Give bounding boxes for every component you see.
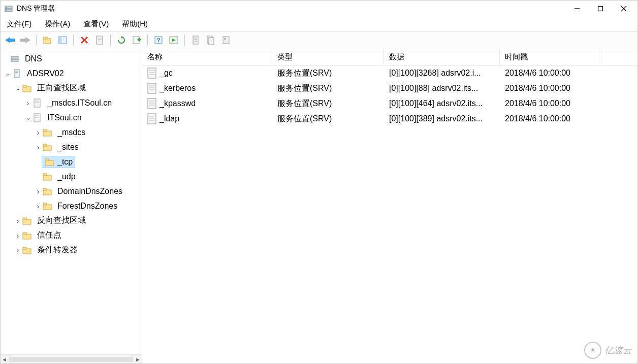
column-header-name[interactable]: 名称 <box>142 49 272 65</box>
list-body[interactable]: _gc服务位置(SRV)[0][100][3268] adsrv02.i...2… <box>142 65 637 363</box>
cell-data: [0][100][389] adsrv02.its... <box>384 114 500 123</box>
single-record-button[interactable] <box>189 34 202 47</box>
svg-rect-50 <box>43 129 47 131</box>
tree-label: ITSoul.cn <box>47 113 82 122</box>
column-header-data[interactable]: 数据 <box>384 49 500 65</box>
menu-view[interactable]: 查看(V) <box>82 18 110 30</box>
tree-label: 正向查找区域 <box>37 83 86 93</box>
svg-rect-11 <box>44 37 47 39</box>
column-header-timestamp[interactable]: 时间戳 <box>500 49 601 65</box>
refresh-button[interactable] <box>115 34 128 47</box>
app-icon <box>4 4 14 14</box>
svg-rect-66 <box>23 247 26 249</box>
menu-file[interactable]: 文件(F) <box>6 18 33 30</box>
back-button[interactable] <box>4 34 17 47</box>
tree-label: 条件转发器 <box>37 245 78 255</box>
svg-rect-43 <box>34 99 40 107</box>
folder-icon <box>42 201 52 211</box>
menu-help[interactable]: 帮助(H) <box>121 18 149 30</box>
forward-button[interactable] <box>19 34 32 47</box>
multi-record-button[interactable] <box>204 34 217 47</box>
menu-action[interactable]: 操作(A) <box>44 18 71 30</box>
tree-label: 反向查找区域 <box>37 215 86 226</box>
svg-rect-79 <box>148 114 156 124</box>
svg-point-3 <box>6 10 7 11</box>
tree-conditional-forwarders[interactable]: 条件转发器 <box>1 243 142 257</box>
tree-sub-domaindns[interactable]: DomainDnsZones <box>1 184 142 198</box>
action-pane-button[interactable] <box>167 34 180 47</box>
menubar: 文件(F) 操作(A) 查看(V) 帮助(H) <box>1 17 637 31</box>
cell-type: 服务位置(SRV) <box>272 98 384 109</box>
properties-button[interactable] <box>93 34 106 47</box>
folder-icon <box>22 245 32 255</box>
minimize-button[interactable] <box>565 1 589 17</box>
tree-zone-msdcs-root[interactable]: _msdcs.ITSoul.cn <box>1 95 142 110</box>
folder-icon <box>22 216 32 226</box>
list-row[interactable]: _kpasswd服务位置(SRV)[0][100][464] adsrv02.i… <box>142 96 637 111</box>
delete-button[interactable] <box>78 34 91 47</box>
cell-data: [0][100][88] adsrv02.its... <box>384 84 500 93</box>
window-title: DNS 管理器 <box>17 4 55 13</box>
svg-text:?: ? <box>157 37 161 43</box>
folder-icon <box>42 172 52 182</box>
cell-name: _kpasswd <box>160 99 196 108</box>
export-button[interactable] <box>130 34 143 47</box>
tree-horizontal-scrollbar[interactable]: ◄ ► <box>1 354 142 363</box>
list-row[interactable]: _ldap服务位置(SRV)[0][100][389] adsrv02.its.… <box>142 111 637 126</box>
scroll-thumb[interactable] <box>9 357 133 362</box>
titlebar[interactable]: DNS 管理器 <box>1 1 637 17</box>
tree-forward-zones[interactable]: 正向查找区域 <box>1 81 142 95</box>
svg-rect-58 <box>43 188 47 190</box>
svg-rect-28 <box>193 36 198 44</box>
tree-server[interactable]: ADSRV02 <box>1 66 142 81</box>
tree-label: DomainDnsZones <box>57 187 122 196</box>
svg-rect-52 <box>43 144 47 146</box>
tree-trust-points[interactable]: 信任点 <box>1 228 142 243</box>
tree-sub-sites[interactable]: _sites <box>1 140 142 154</box>
folder-icon <box>22 83 32 93</box>
cell-timestamp: 2018/4/6 10:00:00 <box>500 84 601 93</box>
list-row[interactable]: _gc服务位置(SRV)[0][100][3268] adsrv02.i...2… <box>142 65 637 81</box>
maximize-button[interactable] <box>589 1 612 17</box>
svg-rect-40 <box>15 72 18 73</box>
server-icon <box>12 69 22 79</box>
svg-rect-39 <box>15 71 18 72</box>
cell-name: _ldap <box>160 114 179 123</box>
cell-timestamp: 2018/4/6 10:00:00 <box>500 114 601 123</box>
svg-rect-54 <box>45 159 49 161</box>
close-button[interactable] <box>612 1 635 17</box>
tree-label: _msdcs.ITSoul.cn <box>47 98 112 108</box>
svg-rect-42 <box>23 85 26 87</box>
scroll-right-icon[interactable]: ► <box>135 356 141 362</box>
show-hide-tree-button[interactable] <box>56 34 69 47</box>
help-button[interactable]: ? <box>152 34 165 47</box>
svg-rect-16 <box>97 36 103 44</box>
svg-rect-37 <box>11 59 18 61</box>
svg-point-2 <box>6 7 7 8</box>
filter-button[interactable] <box>219 34 233 47</box>
record-icon <box>147 83 156 94</box>
svg-rect-60 <box>43 203 47 205</box>
tree-sub-tcp[interactable]: _tcp <box>1 154 142 169</box>
tree-label: _sites <box>57 143 79 152</box>
svg-rect-33 <box>209 38 214 45</box>
tree-sub-msdcs[interactable]: _msdcs <box>1 125 142 140</box>
tree-root-dns[interactable]: DNS <box>1 51 142 66</box>
scroll-left-icon[interactable]: ◄ <box>2 356 7 362</box>
svg-rect-75 <box>148 98 156 109</box>
folder-icon <box>42 127 52 138</box>
tree-sub-udp[interactable]: _udp <box>1 169 142 184</box>
svg-rect-56 <box>43 174 47 176</box>
cell-type: 服务位置(SRV) <box>272 114 384 124</box>
tree-reverse-zones[interactable]: 反向查找区域 <box>1 213 142 228</box>
up-button[interactable] <box>41 34 54 47</box>
list-row[interactable]: _kerberos服务位置(SRV)[0][100][88] adsrv02.i… <box>142 81 637 96</box>
record-icon <box>147 68 156 79</box>
column-header-type[interactable]: 类型 <box>272 49 384 65</box>
tree[interactable]: DNS ADSRV02 正向查找区域 <box>1 49 142 354</box>
tree-zone-itsoul[interactable]: ITSoul.cn <box>1 110 142 125</box>
tree-sub-forestdns[interactable]: ForestDnsZones <box>1 198 142 213</box>
cell-name: _gc <box>160 69 173 78</box>
dns-manager-window: DNS 管理器 文件(F) 操作(A) 查看(V) 帮助(H) <box>0 0 638 364</box>
svg-rect-5 <box>598 7 603 11</box>
